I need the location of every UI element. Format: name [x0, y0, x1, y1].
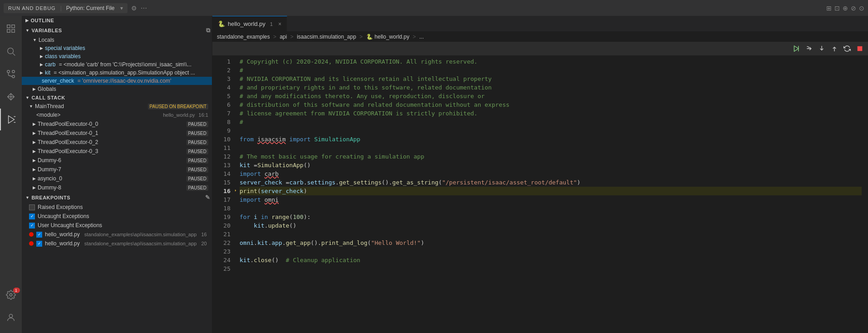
bp-hello-world-16[interactable]: ✓ hello_world.py standalone_examples\api…: [22, 230, 212, 239]
stop-btn[interactable]: [854, 43, 865, 54]
breadcrumb: standalone_examples > api > isaacsim.sim…: [212, 32, 868, 42]
stack-frame-module[interactable]: <module> hello_world.py 16:1: [22, 110, 212, 119]
ln-10: 10: [212, 135, 230, 144]
stack-thread-pool-3[interactable]: ▶ ThreadPoolExecutor-0_3 PAUSED: [22, 147, 212, 156]
ln-8: 8: [212, 118, 230, 126]
ln-11: 11: [212, 144, 230, 152]
main-thread-label: MainThread: [35, 103, 64, 109]
tab-close-icon[interactable]: ×: [278, 21, 281, 27]
ln-20: 20: [212, 221, 230, 230]
uncaught-exceptions-item[interactable]: ✓ Uncaught Exceptions: [22, 212, 212, 221]
carb-var-value: = <module 'carb' from 'C:\\Projects\\omn…: [57, 61, 191, 68]
main-thread-header[interactable]: ▼ MainThread PAUSED ON BREAKPOINT: [22, 102, 212, 110]
code-content[interactable]: # Copyright (c) 2020-2024, NVIDIA CORPOR…: [235, 55, 862, 333]
code-text: import: [240, 195, 261, 204]
activity-extensions[interactable]: [0, 86, 22, 108]
more-icon[interactable]: ⋯: [141, 5, 147, 12]
code-text: i: [254, 213, 257, 221]
ln-22: 22: [212, 239, 230, 247]
continue-btn[interactable]: [791, 43, 802, 54]
code-line-13: kit = SimulationApp (): [240, 161, 862, 169]
activity-source-control[interactable]: [0, 63, 22, 85]
bp-hello-world-20[interactable]: ✓ hello_world.py standalone_examples\api…: [22, 239, 212, 248]
user-uncaught-exceptions-checkbox[interactable]: ✓: [29, 223, 35, 229]
svg-point-14: [10, 293, 12, 296]
bc-ellipsis[interactable]: ...: [419, 34, 424, 40]
code-text: .: [282, 239, 286, 247]
code-text: isaacsim: [257, 135, 286, 144]
current-file-label: Python: Current File: [66, 5, 115, 11]
bc-hello-world[interactable]: hello_world.py: [375, 34, 410, 40]
main-thread-arrow: ▼: [29, 104, 33, 109]
ln-19: 19: [212, 213, 230, 221]
editor-icon-2[interactable]: ⊡: [834, 5, 840, 12]
bp-16-checkbox[interactable]: ✓: [36, 232, 42, 238]
stack-dummy-8[interactable]: ▶ Dummy-8 PAUSED: [22, 183, 212, 192]
code-text: carb: [265, 169, 279, 178]
editor-icon-3[interactable]: ⊕: [843, 5, 848, 12]
stack-asyncio-0[interactable]: ▶ asyncio_0 PAUSED: [22, 174, 212, 183]
carb-var-item[interactable]: ▶ carb = <module 'carb' from 'C:\\Projec…: [22, 60, 212, 69]
bc-sim-app[interactable]: isaacsim.simulation_app: [297, 34, 356, 40]
asyncio-0-status: PAUSED: [186, 176, 208, 182]
bp-20-file: hello_world.py: [45, 240, 80, 247]
ln-16: 16: [212, 187, 230, 195]
special-vars-item[interactable]: ▶ special variables: [22, 44, 212, 52]
edit-breakpoint-icon[interactable]: ✎: [205, 194, 211, 201]
outline-header[interactable]: ▶ OUTLINE: [22, 16, 212, 25]
raised-exceptions-checkbox[interactable]: [29, 204, 35, 210]
svg-line-10: [9, 75, 12, 77]
bc-sep-2: >: [289, 34, 295, 40]
bc-api[interactable]: api: [280, 34, 287, 40]
class-vars-item[interactable]: ▶ class variables: [22, 52, 212, 60]
bc-standalone[interactable]: standalone_examples: [217, 34, 270, 40]
bp-20-checkbox[interactable]: ✓: [36, 241, 42, 247]
restart-btn[interactable]: [842, 43, 853, 54]
stack-thread-pool-1[interactable]: ▶ ThreadPoolExecutor-0_1 PAUSED: [22, 129, 212, 138]
ln-2: 2: [212, 66, 230, 75]
user-uncaught-exceptions-item[interactable]: ✓ User Uncaught Exceptions: [22, 221, 212, 230]
call-stack-arrow: ▼: [25, 95, 29, 100]
activity-settings[interactable]: 1: [0, 284, 22, 306]
editor-icon-1[interactable]: ⊞: [826, 5, 832, 12]
step-over-btn[interactable]: [804, 43, 814, 54]
code-text: settings: [307, 178, 336, 187]
kit-var-item[interactable]: ▶ kit = <simulation_app.simulation_app.S…: [22, 69, 212, 77]
breakpoints-header[interactable]: ▼ BREAKPOINTS ✎: [22, 192, 212, 203]
code-text: (): [289, 221, 297, 230]
stack-thread-pool-2[interactable]: ▶ ThreadPoolExecutor-0_2 PAUSED: [22, 138, 212, 147]
kit-arrow: ▶: [40, 70, 43, 75]
breakpoints-label: BREAKPOINTS: [31, 195, 70, 200]
globals-group[interactable]: ▶ Globals: [22, 85, 212, 93]
tab-hello-world[interactable]: 🐍 hello_world.py 1 ×: [212, 16, 287, 31]
code-text: ): [577, 178, 581, 187]
uncaught-exceptions-checkbox[interactable]: ✓: [29, 214, 35, 219]
stack-thread-pool-0[interactable]: ▶ ThreadPoolExecutor-0_0 PAUSED: [22, 119, 212, 129]
variables-copy-icon[interactable]: ⧉: [206, 27, 211, 34]
stack-dummy-7[interactable]: ▶ Dummy-7 PAUSED: [22, 165, 212, 174]
server-check-var-item[interactable]: server_check = 'omniverse://isaac-dev.ov…: [22, 77, 212, 85]
code-text: =: [282, 178, 289, 187]
code-text: # and proprietary rights in and to this …: [240, 83, 492, 92]
bp-16-file: hello_world.py: [45, 231, 80, 238]
raised-exceptions-item[interactable]: Raised Exceptions: [22, 203, 212, 212]
editor-icon-5[interactable]: ⊙: [859, 5, 864, 12]
stack-dummy-6[interactable]: ▶ Dummy-6 PAUSED: [22, 156, 212, 165]
run-debug-selector[interactable]: RUN AND DEBUG | Python: Current File ▾: [4, 3, 128, 13]
variables-header[interactable]: ▼ VARIABLES ⧉: [22, 25, 212, 36]
editor-icon-4[interactable]: ⊘: [851, 5, 856, 12]
locals-group[interactable]: ▼ Locals: [22, 36, 212, 44]
locals-arrow: ▼: [33, 38, 37, 42]
step-out-btn[interactable]: [829, 43, 840, 54]
call-stack-header[interactable]: ▼ CALL STACK: [22, 93, 212, 102]
editor-scrollbar[interactable]: [862, 55, 868, 333]
code-text: (: [289, 213, 293, 221]
thread-pool-3-name: ThreadPoolExecutor-0_3: [38, 148, 98, 154]
ln-7: 7: [212, 109, 230, 118]
settings-icon[interactable]: ⚙: [131, 5, 137, 12]
activity-account[interactable]: [0, 307, 22, 328]
activity-explorer[interactable]: [0, 18, 22, 40]
activity-run-debug[interactable]: [0, 109, 22, 130]
step-into-btn[interactable]: [816, 43, 827, 54]
activity-search[interactable]: [0, 40, 22, 62]
